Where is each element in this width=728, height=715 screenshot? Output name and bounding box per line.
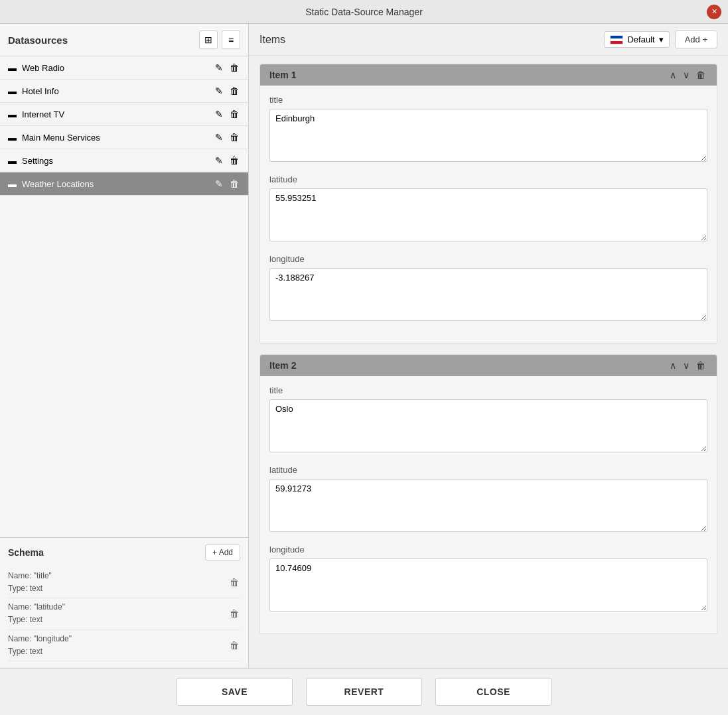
bottom-bar: SAVE REVERT CLOSE bbox=[0, 668, 728, 715]
content-header-actions: Default ▾ Add + bbox=[604, 31, 717, 48]
field-textarea-0[interactable]: Oslo bbox=[269, 399, 707, 452]
datasource-label: Web Radio bbox=[22, 63, 214, 73]
datasource-label: Hotel Info bbox=[22, 86, 214, 96]
delete-item-button-2[interactable]: 🗑 bbox=[694, 360, 707, 371]
item-card-header-2: Item 2 ∧ ∨ 🗑 bbox=[260, 355, 717, 376]
datasource-label: Internet TV bbox=[22, 109, 214, 119]
datasource-icon: ▬ bbox=[8, 63, 17, 73]
sidebar-header: Datasources ⊞ ≡ bbox=[0, 24, 248, 56]
datasource-list: ▬ Web Radio ✎ 🗑 ▬ Hotel Info ✎ 🗑 ▬ Inter… bbox=[0, 56, 248, 538]
field-group-1: latitude 55.953251 bbox=[269, 174, 707, 243]
app-title: Static Data-Source Manager bbox=[305, 7, 423, 17]
field-textarea-2[interactable]: -3.188267 bbox=[269, 268, 707, 321]
delete-datasource-button[interactable]: 🗑 bbox=[228, 132, 240, 143]
item-card-1: Item 1 ∧ ∨ 🗑 title Edinburgh latitude 55… bbox=[259, 64, 717, 344]
schema-field-text: Name: "title" Type: text bbox=[8, 570, 52, 595]
datasource-actions: ✎ 🗑 bbox=[214, 178, 240, 189]
schema-field-0: Name: "title" Type: text 🗑 bbox=[8, 567, 240, 598]
move-up-button-2[interactable]: ∧ bbox=[668, 360, 678, 371]
datasource-icon: ▬ bbox=[8, 86, 17, 96]
delete-datasource-button[interactable]: 🗑 bbox=[228, 155, 240, 166]
save-button[interactable]: SAVE bbox=[177, 678, 293, 706]
field-textarea-1[interactable]: 59.91273 bbox=[269, 479, 707, 532]
new-datasource-button[interactable]: ⊞ bbox=[199, 31, 218, 49]
field-label-0: title bbox=[269, 95, 707, 105]
datasource-actions: ✎ 🗑 bbox=[214, 86, 240, 96]
delete-schema-field-button[interactable]: 🗑 bbox=[228, 640, 240, 651]
field-textarea-2[interactable]: 10.74609 bbox=[269, 558, 707, 612]
item-card-actions-2: ∧ ∨ 🗑 bbox=[668, 360, 707, 371]
close-button[interactable]: CLOSE bbox=[435, 678, 551, 706]
sidebar-item-settings[interactable]: ▬ Settings ✎ 🗑 bbox=[0, 149, 248, 172]
schema-header: Schema + Add bbox=[8, 545, 240, 560]
datasources-title: Datasources bbox=[8, 34, 68, 46]
delete-datasource-button[interactable]: 🗑 bbox=[228, 109, 240, 119]
window-close-button[interactable]: ✕ bbox=[707, 5, 721, 19]
item-card-2: Item 2 ∧ ∨ 🗑 title Oslo latitude 59.9127… bbox=[259, 354, 717, 634]
delete-datasource-button[interactable]: 🗑 bbox=[228, 178, 240, 189]
edit-datasource-button[interactable]: ✎ bbox=[214, 86, 224, 96]
move-up-button-1[interactable]: ∧ bbox=[668, 70, 678, 80]
field-group-0: title Edinburgh bbox=[269, 95, 707, 164]
item-card-title-2: Item 2 bbox=[269, 360, 296, 371]
schema-field-text: Name: "latitude" Type: text bbox=[8, 601, 65, 626]
delete-schema-field-button[interactable]: 🗑 bbox=[228, 608, 240, 619]
main-layout: Datasources ⊞ ≡ ▬ Web Radio ✎ 🗑 ▬ Hotel … bbox=[0, 24, 728, 668]
item-card-body-2: title Oslo latitude 59.91273 longitude 1… bbox=[260, 376, 717, 633]
schema-field-name: Name: "latitude" bbox=[8, 601, 65, 614]
move-down-button-2[interactable]: ∨ bbox=[681, 360, 692, 371]
edit-datasource-button[interactable]: ✎ bbox=[214, 132, 224, 143]
item-card-actions-1: ∧ ∨ 🗑 bbox=[668, 70, 707, 80]
add-item-button[interactable]: Add + bbox=[675, 31, 717, 48]
schema-field-name: Name: "longitude" bbox=[8, 633, 72, 645]
language-label: Default bbox=[627, 34, 654, 44]
move-down-button-1[interactable]: ∨ bbox=[681, 70, 692, 80]
field-label-2: longitude bbox=[269, 545, 707, 554]
field-textarea-0[interactable]: Edinburgh bbox=[269, 109, 707, 162]
sidebar-item-main-menu-services[interactable]: ▬ Main Menu Services ✎ 🗑 bbox=[0, 126, 248, 149]
language-selector[interactable]: Default ▾ bbox=[604, 31, 669, 48]
schema-field-name: Name: "title" bbox=[8, 570, 52, 582]
delete-schema-field-button[interactable]: 🗑 bbox=[228, 577, 240, 588]
delete-datasource-button[interactable]: 🗑 bbox=[228, 62, 240, 73]
datasource-actions: ✎ 🗑 bbox=[214, 62, 240, 73]
language-flag bbox=[610, 35, 623, 44]
edit-datasource-button[interactable]: ✎ bbox=[214, 178, 224, 189]
field-group-0: title Oslo bbox=[269, 385, 707, 454]
datasource-icon: ▬ bbox=[8, 179, 17, 189]
field-label-1: latitude bbox=[269, 174, 707, 184]
datasource-label: Weather Locations bbox=[22, 179, 214, 189]
field-group-1: latitude 59.91273 bbox=[269, 465, 707, 534]
list-view-button[interactable]: ≡ bbox=[222, 31, 240, 49]
sidebar-item-web-radio[interactable]: ▬ Web Radio ✎ 🗑 bbox=[0, 56, 248, 80]
edit-datasource-button[interactable]: ✎ bbox=[214, 155, 224, 166]
field-group-2: longitude 10.74609 bbox=[269, 545, 707, 614]
edit-datasource-button[interactable]: ✎ bbox=[214, 62, 224, 73]
items-list: Item 1 ∧ ∨ 🗑 title Edinburgh latitude 55… bbox=[249, 56, 728, 668]
field-group-2: longitude -3.188267 bbox=[269, 254, 707, 323]
datasource-actions: ✎ 🗑 bbox=[214, 109, 240, 119]
schema-field-1: Name: "latitude" Type: text 🗑 bbox=[8, 598, 240, 629]
sidebar-item-hotel-info[interactable]: ▬ Hotel Info ✎ 🗑 bbox=[0, 80, 248, 103]
schema-field-text: Name: "longitude" Type: text bbox=[8, 633, 72, 658]
title-bar: Static Data-Source Manager ✕ bbox=[0, 0, 728, 24]
delete-datasource-button[interactable]: 🗑 bbox=[228, 86, 240, 96]
items-title: Items bbox=[259, 34, 285, 46]
schema-title: Schema bbox=[8, 547, 44, 558]
datasource-actions: ✎ 🗑 bbox=[214, 132, 240, 143]
sidebar-item-internet-tv[interactable]: ▬ Internet TV ✎ 🗑 bbox=[0, 103, 248, 126]
edit-datasource-button[interactable]: ✎ bbox=[214, 109, 224, 119]
schema-add-button[interactable]: + Add bbox=[205, 545, 240, 560]
field-label-0: title bbox=[269, 385, 707, 395]
schema-fields: Name: "title" Type: text 🗑 Name: "latitu… bbox=[8, 567, 240, 661]
delete-item-button-1[interactable]: 🗑 bbox=[694, 70, 707, 80]
revert-button[interactable]: REVERT bbox=[306, 678, 422, 706]
schema-field-2: Name: "longitude" Type: text 🗑 bbox=[8, 630, 240, 661]
sidebar-item-weather-locations[interactable]: ▬ Weather Locations ✎ 🗑 bbox=[0, 172, 248, 196]
schema-field-type: Type: text bbox=[8, 614, 65, 626]
item-card-title-1: Item 1 bbox=[269, 70, 296, 80]
item-card-body-1: title Edinburgh latitude 55.953251 longi… bbox=[260, 86, 717, 343]
content-header: Items Default ▾ Add + bbox=[249, 24, 728, 56]
field-textarea-1[interactable]: 55.953251 bbox=[269, 188, 707, 241]
content-area: Items Default ▾ Add + Item 1 ∧ ∨ 🗑 bbox=[249, 24, 728, 668]
